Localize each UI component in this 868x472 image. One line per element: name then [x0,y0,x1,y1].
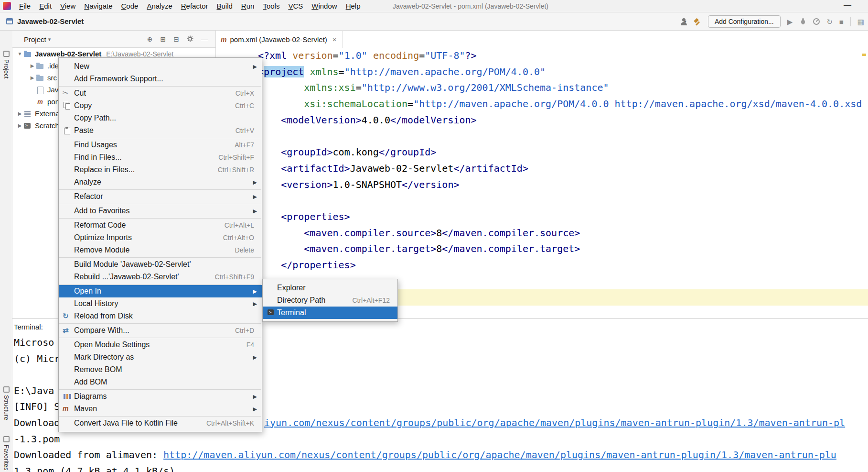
menubar-item-window[interactable]: Window [307,0,341,12]
menu-item-add-framework-support[interactable]: Add Framework Support... [59,73,262,85]
project-panel-title[interactable]: Project [24,35,46,44]
inspection-marker [862,54,866,56]
menubar-item-tools[interactable]: Tools [258,0,284,12]
breadcrumb[interactable]: Javaweb-02-Servlet [17,17,84,25]
tool-windows-icon[interactable]: ▦ [857,18,864,25]
menu-item-find-in-files[interactable]: Find in Files...Ctrl+Shift+F [59,151,262,164]
menu-item-build-module-javaweb-02-servlet[interactable]: Build Module 'Javaweb-02-Servlet' [59,258,262,271]
menu-item-explorer[interactable]: Explorer [263,282,397,294]
menu-item-rebuild-javaweb-02-servlet[interactable]: Rebuild ...'Javaweb-02-Servlet'Ctrl+Shif… [59,271,262,283]
menu-item-optimize-imports[interactable]: Optimize ImportsCtrl+Alt+O [59,231,262,244]
menu-item-terminal[interactable]: Terminal [263,307,397,319]
code-line[interactable]: xsi:schemaLocation="http://maven.apache.… [258,96,862,112]
debug-icon[interactable] [799,18,806,25]
close-tab-icon[interactable]: × [332,35,337,44]
menu-item-copy[interactable]: CopyCtrl+C [59,99,262,112]
terminal-line: -1.3.pom [14,433,60,445]
code-line[interactable]: <?xml version="1.0" encoding="UTF-8"?> [258,48,862,64]
hide-panel-icon[interactable]: — [201,36,208,43]
menubar-item-help[interactable]: Help [342,0,365,12]
menu-item-analyze[interactable]: Analyze▶ [59,176,262,188]
terminal-text: Downloaded from alimaven: [14,449,163,461]
code-line[interactable]: </properties> [258,257,862,274]
editor-pane[interactable]: <?xml version="1.0" encoding="UTF-8"?><p… [216,48,868,318]
minimize-icon[interactable]: — [839,0,856,12]
menubar-item-build[interactable]: Build [212,0,236,12]
menubar-item-run[interactable]: Run [237,0,259,12]
project-view-caret-icon[interactable]: ▾ [48,37,51,42]
menubar-item-analyze[interactable]: Analyze [142,0,176,12]
code-line[interactable]: <version>1.0-SNAPSHOT</version> [258,177,862,193]
menu-shortcut: Ctrl+Alt+F12 [352,296,397,304]
menu-item-reformat-code[interactable]: Reformat CodeCtrl+Alt+L [59,219,262,231]
tree-collapse-icon[interactable]: ▼ [16,51,23,56]
code-line[interactable]: <artifactId>Javaweb-02-Servlet</artifact… [258,161,862,177]
menu-item-add-to-favorites[interactable]: Add to Favorites▶ [59,205,262,217]
tree-expand-icon[interactable]: ▶ [29,63,36,68]
menubar-item-file[interactable]: File [15,0,35,12]
profiler-icon[interactable] [813,18,820,25]
menu-item-refactor[interactable]: Refactor▶ [59,190,262,203]
menu-item-open-module-settings[interactable]: Open Module SettingsF4 [59,339,262,351]
menu-icon-slot [63,233,74,242]
menu-item-cut[interactable]: ✂CutCtrl+X [59,87,262,99]
menu-item-open-in[interactable]: Open In▶ [59,285,262,297]
menu-item-copy-path[interactable]: Copy Path... [59,112,262,124]
terminal-line: (c) Micr [14,353,60,364]
stripe-button-favorites[interactable]: Favorites [0,436,12,470]
menu-icon-slot [63,287,74,296]
menu-item-new[interactable]: New▶ [59,60,262,73]
menu-item-add-bom[interactable]: Add BOM [59,376,262,388]
settings-gear-icon[interactable] [187,35,193,43]
code-line[interactable]: xmlns:xsi="http://www.w3.org/2001/XMLSch… [258,80,862,96]
menu-item-replace-in-files[interactable]: Replace in Files...Ctrl+Shift+R [59,164,262,176]
menu-item-mark-directory-as[interactable]: Mark Directory as▶ [59,351,262,363]
user-dropdown[interactable]: ▾ [680,18,686,25]
terminal-link[interactable]: http://maven.aliyun.com/nexus/content/gr… [163,449,836,461]
collapse-all-icon[interactable]: ⊟ [173,36,179,43]
code-line[interactable]: <project xmlns="http://maven.apache.org/… [258,64,862,80]
expand-all-icon[interactable]: ⊞ [161,36,166,43]
menu-item-paste[interactable]: PasteCtrl+V [59,124,262,137]
menu-item-reload-from-disk[interactable]: ↻Reload from Disk [59,310,262,322]
menubar-item-navigate[interactable]: Navigate [80,0,117,12]
restart-icon[interactable]: ↻ [826,18,833,25]
stripe-button-project[interactable]: Project [0,51,12,78]
tree-expand-icon[interactable]: ▶ [29,75,36,80]
tab-pom-xml[interactable]: m pom.xml (Javaweb-02-Servlet) × [216,31,343,48]
menubar-item-code[interactable]: Code [117,0,143,12]
code-line[interactable]: <properties> [258,209,862,225]
menu-item-directory-path[interactable]: Directory PathCtrl+Alt+F12 [263,294,397,307]
terminal-title[interactable]: Terminal: [14,323,43,331]
code-line[interactable] [258,128,862,144]
locate-icon[interactable]: ⊕ [147,36,153,43]
terminal-link[interactable]: iyun.com/nexus/content/groups/public/org… [264,417,845,428]
menubar-item-view[interactable]: View [56,0,80,12]
menu-icon-slot [63,353,74,362]
stop-icon[interactable]: ■ [839,18,844,25]
menubar-item-edit[interactable]: Edit [35,0,56,12]
add-configuration-button[interactable]: Add Configuration... [708,15,781,28]
build-hammer-icon[interactable] [693,18,701,26]
code-line[interactable]: <modelVersion>4.0.0</modelVersion> [258,112,862,129]
stripe-button-structure[interactable]: Structure [0,386,12,420]
menu-item-maven[interactable]: mMaven▶ [59,403,262,415]
menu-item-convert-java-file-to-kotlin-file[interactable]: Convert Java File to Kotlin FileCtrl+Alt… [59,417,262,429]
tree-expand-icon[interactable]: ▶ [16,123,23,128]
menu-item-remove-bom[interactable]: Remove BOM [59,363,262,376]
tree-expand-icon[interactable]: ▶ [16,111,23,116]
code-line[interactable] [258,193,862,209]
menu-item-diagrams[interactable]: Diagrams▶ [59,390,262,403]
menu-separator [59,204,261,204]
intellij-logo-icon [3,2,11,10]
menubar-item-refactor[interactable]: Refactor [177,0,213,12]
menu-item-compare-with[interactable]: ⇄Compare With...Ctrl+D [59,324,262,337]
code-line[interactable]: <maven.compiler.target>8</maven.compiler… [258,241,862,257]
menu-item-find-usages[interactable]: Find UsagesAlt+F7 [59,139,262,151]
code-line[interactable]: <groupId>com.kong</groupId> [258,144,862,161]
code-line[interactable]: <maven.compiler.source>8</maven.compiler… [258,225,862,241]
menu-item-remove-module[interactable]: Remove ModuleDelete [59,244,262,256]
menubar-item-vcs[interactable]: VCS [284,0,307,12]
menu-item-local-history[interactable]: Local History▶ [59,297,262,310]
run-icon[interactable]: ▶ [787,18,793,25]
